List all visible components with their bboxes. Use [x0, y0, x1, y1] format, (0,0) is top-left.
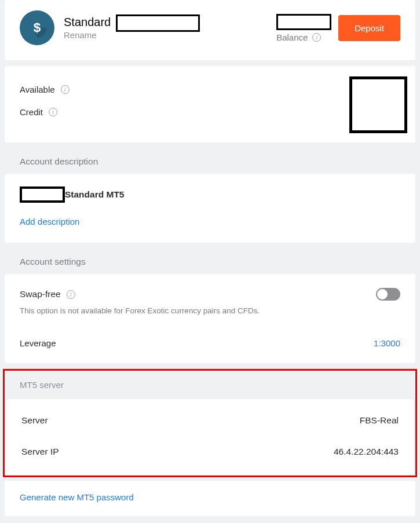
section-label-mt5: MT5 server — [5, 372, 415, 399]
description-card: Standard MT5 Add description — [5, 174, 415, 243]
mt5-server-highlight: MT5 server Server FBS-Real Server IP 46.… — [3, 369, 417, 477]
generate-password-card: Generate new MT5 password — [5, 481, 415, 516]
server-value: FBS-Real — [360, 415, 399, 426]
credit-label: Credit — [20, 107, 43, 117]
rename-link[interactable]: Rename — [64, 30, 111, 40]
svg-text:$: $ — [34, 20, 41, 35]
server-label: Server — [21, 415, 48, 426]
server-row: Server FBS-Real — [21, 405, 399, 436]
server-ip-label: Server IP — [21, 447, 59, 457]
account-header-card: $ Standard Rename Balance i Deposit — [5, 0, 415, 60]
redacted-stats-box — [349, 76, 407, 133]
server-ip-value: 46.4.22.204:443 — [334, 447, 399, 457]
available-label: Available — [20, 85, 55, 94]
section-label-settings: Account settings — [0, 248, 420, 274]
mt5-server-card: Server FBS-Real Server IP 46.4.22.204:44… — [6, 399, 414, 476]
redacted-desc-box — [20, 186, 65, 203]
info-icon[interactable]: i — [49, 108, 57, 116]
available-row: Available i — [20, 85, 400, 94]
account-title: Standard — [64, 16, 111, 29]
swap-free-label: Swap-free — [20, 289, 61, 299]
leverage-value[interactable]: 1:3000 — [374, 338, 400, 348]
account-avatar: $ — [20, 10, 54, 45]
description-title: Standard MT5 — [65, 189, 124, 200]
leverage-label: Leverage — [20, 338, 56, 348]
balance-block: Balance i — [276, 14, 331, 42]
balance-label: Balance — [276, 32, 308, 42]
balance-label-row: Balance i — [276, 32, 321, 42]
redacted-balance-box — [276, 14, 331, 30]
title-block: Standard Rename — [64, 16, 111, 40]
section-label-description: Account description — [0, 148, 420, 174]
add-description-link[interactable]: Add description — [20, 217, 400, 226]
generate-password-link[interactable]: Generate new MT5 password — [20, 492, 134, 502]
swap-free-row: Swap-free i — [20, 288, 400, 301]
deposit-button[interactable]: Deposit — [338, 15, 400, 41]
swap-free-note: This option is not available for Forex E… — [20, 306, 400, 315]
stats-card: Available i Credit i — [5, 66, 415, 142]
info-icon[interactable]: i — [312, 33, 321, 42]
leverage-row: Leverage 1:3000 — [20, 338, 400, 348]
description-title-row: Standard MT5 — [20, 186, 400, 203]
redacted-title-box — [116, 14, 200, 32]
swap-free-toggle[interactable] — [376, 288, 400, 301]
server-ip-row: Server IP 46.4.22.204:443 — [21, 436, 399, 467]
header-right: Balance i Deposit — [276, 14, 400, 42]
info-icon[interactable]: i — [67, 290, 75, 299]
swap-free-label-row: Swap-free i — [20, 289, 75, 299]
credit-row: Credit i — [20, 107, 400, 117]
info-icon[interactable]: i — [61, 85, 70, 94]
header-left: $ Standard Rename — [20, 10, 111, 45]
settings-card: Swap-free i This option is not available… — [5, 274, 415, 363]
dollar-icon: $ — [27, 18, 47, 38]
